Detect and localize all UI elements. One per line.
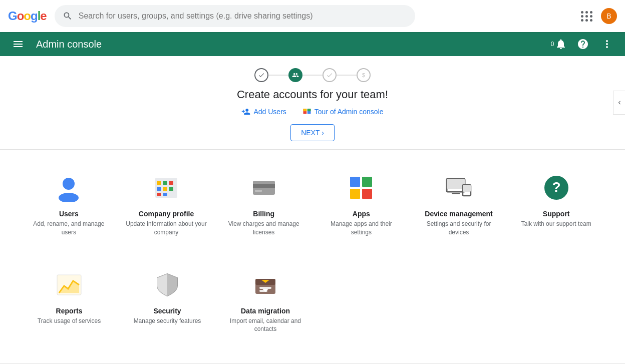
notification-button[interactable]: 0	[549, 34, 569, 54]
device-management-icon	[443, 172, 475, 204]
card-company-profile[interactable]: Company profile Update information about…	[118, 160, 215, 249]
svg-rect-23	[447, 179, 465, 189]
collapse-button[interactable]	[613, 91, 625, 115]
user-avatar[interactable]: B	[601, 8, 617, 24]
onboarding-links: Add Users Tour of Admin console	[0, 107, 625, 116]
tour-icon	[302, 107, 311, 116]
card-device-management[interactable]: Device management Settings and security …	[410, 160, 508, 249]
company-profile-icon	[150, 172, 182, 204]
svg-rect-8	[163, 181, 167, 185]
svg-rect-19	[362, 177, 372, 187]
card-security-desc: Manage security features	[134, 317, 201, 325]
svg-rect-18	[350, 177, 360, 187]
tour-link[interactable]: Tour of Admin console	[302, 107, 384, 116]
step-4: $	[357, 68, 371, 82]
card-apps[interactable]: Apps Manage apps and their settings	[312, 160, 410, 249]
grid-icon	[581, 11, 593, 22]
step-2	[288, 68, 302, 82]
admin-console-title: Admin console	[36, 39, 541, 50]
card-company-desc: Update information about your company	[126, 220, 207, 237]
svg-rect-24	[452, 193, 460, 194]
reports-icon	[53, 269, 85, 301]
card-support-desc: Talk with our support team	[521, 220, 591, 228]
svg-rect-10	[157, 187, 161, 191]
header-actions: 0	[549, 34, 617, 54]
search-input[interactable]	[79, 12, 407, 21]
svg-point-5	[59, 193, 79, 202]
card-billing[interactable]: Billing View charges and manage licenses	[215, 160, 312, 249]
card-support-title: Support	[543, 210, 570, 218]
apps-icon	[345, 172, 377, 204]
svg-rect-13	[157, 193, 161, 196]
card-apps-title: Apps	[353, 210, 370, 218]
users-icon	[53, 172, 85, 204]
add-users-label: Add Users	[253, 108, 286, 116]
svg-rect-20	[350, 189, 360, 199]
svg-rect-2	[303, 109, 306, 111]
card-migration-title: Data migration	[241, 307, 290, 315]
card-device-title: Device management	[425, 210, 492, 218]
card-billing-desc: View charges and manage licenses	[223, 220, 304, 237]
card-data-migration[interactable]: Data migration Import email, calendar an…	[216, 257, 315, 346]
apps-grid-button[interactable]	[577, 6, 597, 26]
card-reports[interactable]: Reports Track usage of services	[20, 257, 118, 346]
svg-rect-3	[307, 109, 311, 111]
card-users-title: Users	[59, 210, 79, 218]
card-users[interactable]: Users Add, rename, and manage users	[20, 160, 118, 249]
svg-rect-21	[362, 189, 372, 199]
data-migration-icon	[249, 269, 281, 301]
card-apps-desc: Manage apps and their settings	[321, 220, 402, 237]
billing-icon	[248, 172, 280, 204]
svg-rect-11	[163, 187, 167, 191]
search-icon	[63, 11, 73, 21]
card-reports-desc: Track usage of services	[38, 317, 101, 325]
step-3	[323, 68, 337, 82]
add-users-link[interactable]: Add Users	[241, 107, 286, 116]
card-migration-desc: Import email, calendar and contacts	[224, 317, 306, 334]
cards-section: Users Add, rename, and manage users	[0, 150, 625, 363]
help-button[interactable]	[573, 34, 593, 54]
top-bar: Google B	[0, 0, 625, 32]
google-logo[interactable]: Google	[8, 9, 47, 23]
svg-rect-35	[259, 287, 271, 289]
svg-rect-26	[463, 185, 471, 192]
svg-point-4	[63, 178, 75, 190]
more-options-button[interactable]	[597, 34, 617, 54]
support-icon: ?	[540, 172, 572, 204]
search-bar	[55, 5, 415, 27]
svg-rect-7	[157, 181, 161, 185]
svg-rect-9	[169, 181, 173, 185]
menu-button[interactable]	[8, 34, 28, 54]
card-company-title: Company profile	[139, 210, 194, 218]
card-security[interactable]: Security Manage security features	[118, 257, 216, 346]
step-1	[254, 68, 268, 82]
top-bar-right: B	[577, 6, 617, 26]
card-support[interactable]: ? Support Talk with our support team	[507, 160, 605, 249]
svg-rect-12	[169, 187, 173, 191]
step-line-3	[337, 75, 357, 76]
onboarding-banner: $ Create accounts for your team! Add Use…	[0, 56, 625, 150]
cards-row-2: Reports Track usage of services Security…	[20, 257, 605, 346]
step-line-2	[302, 75, 323, 76]
step-line-1	[268, 75, 288, 76]
card-billing-title: Billing	[253, 210, 274, 218]
onboarding-title: Create accounts for your team!	[0, 88, 625, 101]
step-indicators: $	[0, 68, 625, 82]
svg-rect-16	[253, 184, 275, 188]
next-button[interactable]: NEXT ›	[290, 124, 335, 141]
main-content: $ Create accounts for your team! Add Use…	[0, 56, 625, 364]
card-users-desc: Add, rename, and manage users	[28, 220, 110, 237]
card-device-desc: Settings and security for devices	[418, 220, 500, 237]
cards-row-1: Users Add, rename, and manage users	[20, 160, 605, 249]
card-reports-title: Reports	[56, 307, 83, 315]
add-users-icon	[241, 107, 250, 116]
security-icon	[151, 269, 183, 301]
svg-text:?: ?	[552, 179, 560, 195]
admin-header: Admin console 0	[0, 32, 625, 56]
card-security-title: Security	[153, 307, 181, 315]
svg-rect-17	[255, 190, 262, 192]
tour-label: Tour of Admin console	[315, 108, 384, 116]
svg-rect-14	[163, 193, 167, 196]
notification-count: 0	[551, 41, 554, 48]
